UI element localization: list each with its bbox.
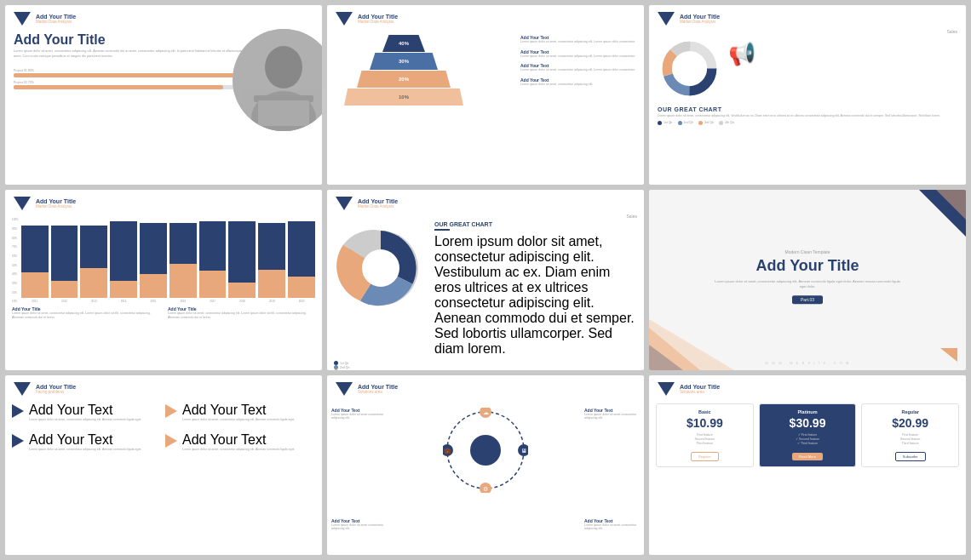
slide-3-title: Add Your Title bbox=[680, 14, 720, 20]
slide-5-title: Add Your Title bbox=[358, 198, 398, 204]
slide-4-header: Add Your Title Market Data Analysis bbox=[5, 190, 322, 214]
bottom-1: Add Your Title Lorem ipsum dolor sit ame… bbox=[12, 306, 159, 320]
legend-item-3: 3rd Qtr bbox=[698, 121, 714, 125]
proc-text-bl: Lorem ipsum dolor sit amet consectetur a… bbox=[331, 523, 387, 531]
regular-f1: First feature bbox=[866, 433, 954, 437]
arrow-1-title: Add Your Text bbox=[29, 403, 141, 418]
top-right-triangles bbox=[898, 190, 966, 258]
slide-9-header: Add Your Title Solutions area bbox=[649, 375, 966, 399]
price-card-platinum: Platinum $30.99 ✓ First feature ✓ Second… bbox=[759, 403, 857, 467]
bar-chart-bars: 2011 2012 2013 2014 2015 2016 2017 2018 … bbox=[21, 218, 315, 303]
header-triangle-icon bbox=[658, 12, 675, 26]
proc-label-tr: Add Your Text Lorem ipsum dolor sit amet… bbox=[584, 408, 640, 420]
pie-chart bbox=[334, 221, 428, 357]
slide-6: Modern Clean Template Add Your Title Lor… bbox=[649, 190, 966, 369]
pyr-level-10: 10% bbox=[344, 89, 463, 106]
slide-7-subtitle: Facing problems bbox=[36, 390, 76, 394]
svg-text:💼: 💼 bbox=[444, 447, 451, 454]
legend-item-1: 1st Qtr bbox=[658, 121, 673, 125]
slide-9: Add Your Title Solutions area Basic $10.… bbox=[649, 375, 966, 555]
pyr-label-1: Add Your Text Lorem ipsum dolor sit amet… bbox=[520, 35, 640, 44]
slide-2-subtitle: Market Data Analysis bbox=[358, 20, 398, 24]
slide-4: Add Your Title Market Data Analysis 100%… bbox=[5, 190, 322, 369]
slide-7-title: Add Your Title bbox=[36, 384, 76, 390]
legend-item-2: 2nd Qtr bbox=[678, 121, 694, 125]
arrow-item-4: Add Your Text Lorem ipsum dolor sit amet… bbox=[165, 432, 315, 452]
arrow-4-title: Add Your Text bbox=[182, 432, 295, 448]
slide-3-content: 📢 bbox=[649, 34, 966, 106]
slide-5-header: Add Your Title Market Data Analysis bbox=[327, 190, 644, 214]
arrow-icon-1 bbox=[12, 404, 24, 418]
header-triangle-icon bbox=[336, 12, 353, 26]
legend-item-4: 4th Qtr bbox=[719, 121, 734, 125]
small-bottom-right-triangle bbox=[940, 348, 957, 362]
slide-3-legend: 1st Qtr 2nd Qtr 3rd Qtr 4th Qtr bbox=[649, 118, 966, 128]
slide-9-title: Add Your Title bbox=[680, 384, 720, 390]
price-card-basic: Basic $10.99 First feature Second featur… bbox=[656, 403, 754, 467]
platinum-f2: ✓ Second feature bbox=[764, 437, 852, 441]
arrow-4-text: Lorem ipsum dolor sit amet, consectetur … bbox=[182, 448, 295, 452]
website-label: W W W . W E B S I T E . C O M bbox=[765, 361, 850, 365]
donut-chart bbox=[658, 37, 721, 104]
slide-1-title: Add Your Title bbox=[36, 14, 76, 20]
slide-3-chart-text: Lorem ipsum dolor sit amet, consectetur … bbox=[649, 114, 966, 118]
bar-2012: 2012 bbox=[51, 226, 78, 303]
arrow-3-title: Add Your Text bbox=[29, 432, 141, 448]
regular-tier: Regular bbox=[866, 409, 954, 414]
basic-btn[interactable]: Register bbox=[691, 452, 719, 461]
pyr-label-2: Add Your Text Lorem ipsum dolor sit amet… bbox=[520, 49, 640, 59]
arrow-1-text: Lorem ipsum dolor sit amet, consectetur … bbox=[29, 418, 141, 422]
proc-label-tl: Add Your Text Lorem ipsum dolor sit amet… bbox=[331, 408, 387, 420]
bar-chart-wrapper: 100% 90% 80% 70% 60% 50% 40% 30% 20% 10%… bbox=[5, 214, 322, 303]
basic-amount: $10.99 bbox=[661, 416, 749, 430]
bar-2013: 2013 bbox=[80, 226, 107, 303]
bar-2020: 2020 bbox=[288, 221, 315, 303]
slide-3-header: Add Your Title Market Data Analysis bbox=[649, 5, 966, 29]
accent-line bbox=[434, 229, 450, 231]
platinum-amount: $30.99 bbox=[764, 416, 852, 430]
slide-8-subtitle: Solutions area bbox=[358, 390, 398, 394]
pyr-label-4-text: Lorem ipsum dolor sit amet, consectetur … bbox=[520, 83, 640, 87]
modern-text: Lorem ipsum dolor sit amet, consectetur … bbox=[714, 279, 901, 289]
slide-1-header: Add Your Title Market Data Analysis bbox=[5, 5, 322, 29]
basic-f2: Second feature bbox=[661, 437, 749, 441]
slide-3: Add Your Title Market Data Analysis Sale… bbox=[649, 5, 966, 185]
megaphone-icon: 📢 bbox=[728, 37, 756, 67]
slide-6-big-title: Add Your Title bbox=[714, 257, 901, 275]
svg-point-12 bbox=[362, 249, 399, 287]
part-badge: Part.03 bbox=[792, 295, 823, 304]
regular-btn[interactable]: Subscribe bbox=[895, 452, 926, 461]
arrow-2-title: Add Your Text bbox=[182, 403, 295, 418]
arrow-icon-3 bbox=[12, 434, 24, 448]
platinum-btn[interactable]: Read More bbox=[792, 453, 823, 460]
pyr-level-40: 40% bbox=[382, 35, 425, 52]
bar-2011: 2011 bbox=[21, 226, 49, 303]
svg-point-1 bbox=[265, 46, 302, 89]
header-triangle-icon bbox=[14, 382, 31, 396]
proc-label-br: Add Your Text Lorem ipsum dolor sit amet… bbox=[584, 518, 640, 531]
photo-circle bbox=[233, 29, 322, 131]
bar-2018: 2018 bbox=[228, 221, 256, 303]
price-card-regular: Regular $20.99 First feature Second feat… bbox=[861, 403, 959, 467]
header-triangle-icon bbox=[14, 197, 31, 210]
slide-4-bottom: Add Your Title Lorem ipsum dolor sit ame… bbox=[5, 303, 322, 323]
bar-2015: 2015 bbox=[140, 223, 167, 303]
slide-5-chart-title: OUR GREAT CHART bbox=[434, 221, 637, 227]
y-axis: 100% 90% 80% 70% 60% 50% 40% 30% 20% 10% bbox=[12, 218, 21, 303]
slide-5: Add Your Title Market Data Analysis Sale… bbox=[327, 190, 644, 369]
header-triangle-icon bbox=[14, 12, 31, 26]
pyramid-container: 40% 30% 20% 10% bbox=[344, 35, 463, 106]
arrow-item-1: Add Your Text Lorem ipsum dolor sit amet… bbox=[12, 403, 162, 422]
svg-rect-5 bbox=[258, 100, 309, 126]
pyr-labels: Add Your Text Lorem ipsum dolor sit amet… bbox=[520, 35, 640, 91]
progress-2-fill bbox=[14, 85, 223, 89]
platinum-tier: Platinum bbox=[764, 409, 852, 414]
slide-8-title: Add Your Title bbox=[358, 384, 398, 390]
slide-2: Add Your Title Market Data Analysis 40% … bbox=[327, 5, 644, 185]
slide-9-subtitle: Solutions area bbox=[680, 390, 720, 394]
bottom-1-text: Lorem ipsum dolor sit amet, consectetur … bbox=[12, 311, 159, 320]
slide-5-content: OUR GREAT CHART Lorem ipsum dolor sit am… bbox=[327, 219, 644, 359]
process-area: ☁ 🖥 ⚙ 💼 Add Your Text Lorem ipsum dolor … bbox=[327, 399, 644, 535]
slide-4-title: Add Your Title bbox=[36, 198, 76, 204]
slide-8-header: Add Your Title Solutions area bbox=[327, 375, 644, 399]
